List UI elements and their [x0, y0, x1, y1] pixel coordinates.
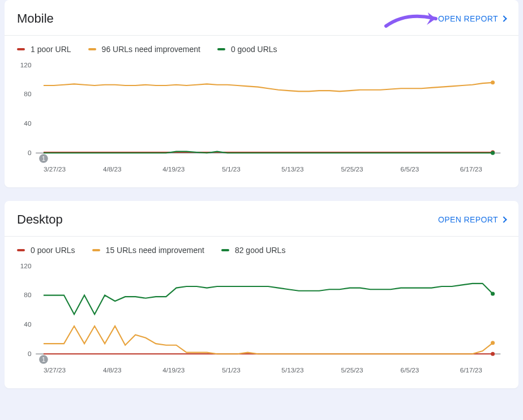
series-needs_improvement-end-dot — [491, 80, 495, 84]
legend-label-poor: 0 poor URLs — [31, 246, 75, 255]
card-title: Desktop — [17, 212, 63, 227]
series-good — [44, 284, 493, 314]
legend-item-ni[interactable]: 96 URLs need improvement — [88, 45, 200, 54]
open-report-label: OPEN REPORT — [438, 14, 498, 23]
legend-label-ni: 15 URLs need improvement — [106, 246, 204, 255]
series-poor-end-dot — [491, 352, 495, 356]
legend-label-poor: 1 poor URL — [31, 45, 71, 54]
legend: 1 poor URL 96 URLs need improvement 0 go… — [5, 36, 518, 57]
event-badge-label: 1 — [42, 356, 45, 363]
legend-swatch-good — [221, 249, 229, 251]
series-needs_improvement-end-dot — [491, 341, 495, 345]
x-tick-label: 3/27/23 — [44, 165, 66, 173]
x-tick-label: 5/25/23 — [341, 165, 363, 173]
x-tick-label: 6/17/23 — [460, 366, 482, 374]
legend: 0 poor URLs 15 URLs need improvement 82 … — [5, 237, 518, 258]
legend-swatch-ni — [88, 48, 96, 50]
y-tick-label: 0 — [28, 149, 32, 156]
series-needs_improvement — [44, 83, 493, 92]
card-title: Mobile — [17, 11, 54, 26]
chart-zone: 0408012013/27/234/8/234/19/235/1/235/13/… — [5, 57, 518, 178]
y-tick-label: 120 — [20, 262, 32, 269]
legend-item-ni[interactable]: 15 URLs need improvement — [92, 246, 204, 255]
x-tick-label: 5/25/23 — [341, 366, 363, 374]
x-tick-label: 6/5/23 — [401, 165, 419, 173]
x-tick-label: 6/5/23 — [401, 366, 419, 374]
y-tick-label: 80 — [24, 90, 32, 97]
legend-item-poor[interactable]: 0 poor URLs — [17, 246, 75, 255]
y-tick-label: 0 — [28, 350, 32, 357]
x-tick-label: 4/8/23 — [103, 165, 122, 173]
legend-swatch-poor — [17, 249, 25, 251]
chevron-right-icon — [500, 216, 507, 222]
event-badge-label: 1 — [42, 155, 45, 162]
open-report-label: OPEN REPORT — [438, 215, 498, 224]
x-tick-label: 5/1/23 — [222, 165, 241, 173]
x-tick-label: 4/8/23 — [103, 366, 122, 374]
y-tick-label: 40 — [24, 119, 32, 127]
x-tick-label: 4/19/23 — [162, 165, 185, 173]
series-good-end-dot — [491, 151, 495, 155]
y-tick-label: 40 — [24, 320, 32, 328]
chart-1: 0408012013/27/234/8/234/19/235/1/235/13/… — [17, 260, 506, 379]
chevron-right-icon — [500, 15, 507, 22]
legend-label-good: 0 good URLs — [231, 45, 277, 54]
legend-label-good: 82 good URLs — [235, 246, 286, 255]
y-tick-label: 120 — [20, 61, 32, 68]
card-header: Desktop OPEN REPORT — [5, 201, 518, 237]
x-tick-label: 5/13/23 — [281, 366, 303, 374]
card-mobile: Mobile OPEN REPORT 1 poor URL 96 URLs ne… — [5, 0, 518, 187]
legend-item-poor[interactable]: 1 poor URL — [17, 45, 71, 54]
x-tick-label: 6/17/23 — [460, 165, 482, 173]
legend-item-good[interactable]: 0 good URLs — [217, 45, 277, 54]
x-tick-label: 5/1/23 — [222, 366, 241, 374]
card-header: Mobile OPEN REPORT — [5, 0, 518, 36]
series-good-end-dot — [491, 292, 495, 295]
chart-zone: 0408012013/27/234/8/234/19/235/1/235/13/… — [5, 258, 518, 379]
legend-swatch-good — [217, 48, 225, 50]
legend-swatch-poor — [17, 48, 25, 50]
x-tick-label: 4/19/23 — [162, 366, 185, 374]
series-needs_improvement — [44, 326, 493, 354]
x-tick-label: 5/13/23 — [281, 165, 303, 173]
y-tick-label: 80 — [24, 291, 32, 298]
legend-label-ni: 96 URLs need improvement — [102, 45, 200, 54]
open-report-button[interactable]: OPEN REPORT — [438, 14, 506, 23]
x-tick-label: 3/27/23 — [44, 366, 66, 374]
chart-0: 0408012013/27/234/8/234/19/235/1/235/13/… — [17, 59, 506, 178]
open-report-button[interactable]: OPEN REPORT — [438, 215, 506, 224]
card-desktop: Desktop OPEN REPORT 0 poor URLs 15 URLs … — [5, 201, 518, 388]
legend-item-good[interactable]: 82 good URLs — [221, 246, 286, 255]
legend-swatch-ni — [92, 249, 100, 251]
